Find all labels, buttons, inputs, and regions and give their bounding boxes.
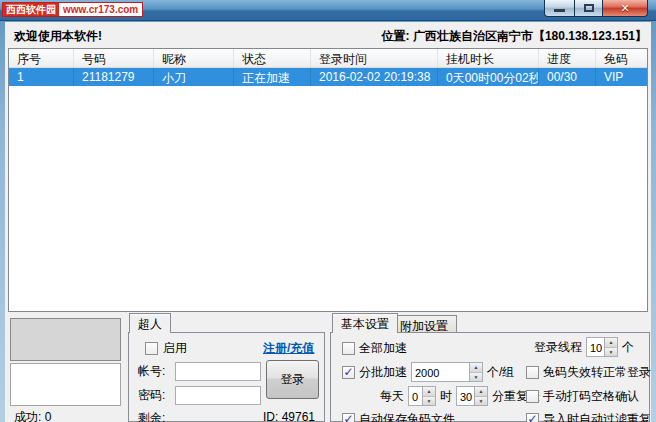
upper-preview-box xyxy=(10,318,121,361)
manual-code-confirm-label: 手动打码空格确认 xyxy=(543,388,639,405)
accelerate-all-checkbox[interactable] xyxy=(342,342,355,355)
lower-preview-box xyxy=(10,363,121,406)
tab-extra-settings[interactable]: 附加设置 xyxy=(391,315,457,332)
auto-save-free-code-label: 自动保存免码文件 xyxy=(359,411,455,422)
batch-accelerate-label: 分批加速 xyxy=(359,364,407,381)
column-header-number[interactable]: 号码 xyxy=(74,49,154,67)
spin-down-icon[interactable]: ▼ xyxy=(475,397,487,406)
watermark-site-url: www.cr173.com xyxy=(59,3,142,16)
column-header-nickname[interactable]: 昵称 xyxy=(154,49,234,67)
free-code-fallback-checkbox[interactable] xyxy=(526,366,539,379)
location-text: 位置: 广西壮族自治区南宁市【180.138.123.151】 xyxy=(382,28,647,45)
enable-label: 启用 xyxy=(163,340,187,357)
column-header-duration[interactable]: 挂机时长 xyxy=(438,49,539,67)
import-filter-duplicates-label: 导入时自动过滤重复 xyxy=(543,411,651,422)
batch-size-value[interactable]: 2000 xyxy=(412,363,469,381)
login-button[interactable]: 登录 xyxy=(266,360,319,399)
close-button[interactable]: ✕ xyxy=(602,0,648,17)
password-label: 密码: xyxy=(138,387,165,404)
table-row[interactable]: 1 21181279 小刀 正在加速 2016-02-02 20:19:38 0… xyxy=(9,68,647,86)
cell-nickname: 小刀 xyxy=(154,68,234,86)
watermark-site-name: 西西软件园 xyxy=(3,3,59,16)
tab-basic-settings[interactable]: 基本设置 xyxy=(332,313,398,333)
window-controls: ✕ xyxy=(544,0,648,17)
user-id-label: ID: 49761 xyxy=(263,410,315,422)
column-header-progress[interactable]: 进度 xyxy=(539,49,596,67)
table-header: 序号 号码 昵称 状态 登录时间 挂机时长 进度 免码 xyxy=(9,49,647,68)
cell-status: 正在加速 xyxy=(234,68,311,86)
register-recharge-link[interactable]: 注册/充值 xyxy=(263,340,314,357)
client-area: 欢迎使用本软件! 位置: 广西壮族自治区南宁市【180.138.123.151】… xyxy=(5,22,651,422)
success-label: 成功: xyxy=(14,410,41,422)
account-input[interactable] xyxy=(175,362,261,381)
batch-size-stepper[interactable]: 2000 ▲ ▼ xyxy=(411,362,483,382)
cell-number: 21181279 xyxy=(74,68,154,86)
cell-duration: 0天00时00分02秒 xyxy=(438,68,539,86)
column-header-free-code[interactable]: 免码 xyxy=(596,49,647,67)
spin-down-icon[interactable]: ▼ xyxy=(605,348,617,357)
login-threads-label: 登录线程 xyxy=(534,339,582,356)
remaining-label: 剩余: xyxy=(138,410,165,422)
column-header-index[interactable]: 序号 xyxy=(9,49,74,67)
repeat-minute-value[interactable]: 30 xyxy=(457,387,474,405)
minimize-button[interactable] xyxy=(544,0,575,17)
auto-save-free-code-checkbox[interactable]: ✓ xyxy=(342,413,355,422)
cell-progress: 00/30 xyxy=(539,68,596,86)
settings-panel: 全部加速 登录线程 10 ▲ ▼ 个 ✓ 分批加速 2000 xyxy=(330,332,650,422)
spin-up-icon[interactable]: ▲ xyxy=(475,387,487,397)
repeat-hour-unit: 时 xyxy=(440,388,452,405)
spin-down-icon[interactable]: ▼ xyxy=(470,373,482,382)
site-watermark: 西西软件园 www.cr173.com xyxy=(2,2,143,17)
spin-up-icon[interactable]: ▲ xyxy=(423,387,435,397)
login-threads-value[interactable]: 10 xyxy=(587,338,604,356)
welcome-text: 欢迎使用本软件! xyxy=(14,28,102,45)
login-threads-unit: 个 xyxy=(622,339,634,356)
maximize-button[interactable] xyxy=(575,0,602,17)
accelerate-all-label: 全部加速 xyxy=(359,340,407,357)
daily-repeat-prefix: 每天 xyxy=(380,388,404,405)
spin-up-icon[interactable]: ▲ xyxy=(470,363,482,373)
free-code-fallback-label: 免码失效转正常登录 xyxy=(543,364,651,381)
cell-login-time: 2016-02-02 20:19:38 xyxy=(311,68,438,86)
login-threads-stepper[interactable]: 10 ▲ ▼ xyxy=(586,337,618,357)
repeat-minute-stepper[interactable]: 30 ▲ ▼ xyxy=(456,386,488,406)
repeat-hour-value[interactable]: 0 xyxy=(409,387,422,405)
cell-free-code: VIP xyxy=(596,68,647,86)
minimize-icon xyxy=(554,9,565,12)
account-panel: 启用 注册/充值 帐号: 密码: 登录 剩余: ID: 49761 xyxy=(128,332,325,422)
success-counter: 成功: 0 xyxy=(14,409,51,422)
batch-size-unit: 个/组 xyxy=(487,364,514,381)
column-header-login-time[interactable]: 登录时间 xyxy=(311,49,438,67)
title-bar[interactable]: 西西软件园 www.cr173.com ✕ xyxy=(0,0,656,21)
spin-up-icon[interactable]: ▲ xyxy=(605,338,617,348)
spin-down-icon[interactable]: ▼ xyxy=(423,397,435,406)
maximize-icon xyxy=(584,4,594,12)
column-header-status[interactable]: 状态 xyxy=(234,49,311,67)
enable-checkbox[interactable] xyxy=(145,342,158,355)
success-count: 0 xyxy=(45,410,52,422)
password-input[interactable] xyxy=(175,386,261,405)
cell-index: 1 xyxy=(9,68,74,86)
repeat-hour-stepper[interactable]: 0 ▲ ▼ xyxy=(408,386,436,406)
close-icon: ✕ xyxy=(620,2,629,15)
import-filter-duplicates-checkbox[interactable]: ✓ xyxy=(526,413,539,422)
app-window: 西西软件园 www.cr173.com ✕ 欢迎使用本软件! 位置: 广西壮族自… xyxy=(0,0,656,422)
manual-code-confirm-checkbox[interactable] xyxy=(526,390,539,403)
account-label: 帐号: xyxy=(138,363,165,380)
accounts-table: 序号 号码 昵称 状态 登录时间 挂机时长 进度 免码 1 21181279 小… xyxy=(8,48,648,312)
tab-chaoren[interactable]: 超人 xyxy=(129,313,171,333)
batch-accelerate-checkbox[interactable]: ✓ xyxy=(342,366,355,379)
